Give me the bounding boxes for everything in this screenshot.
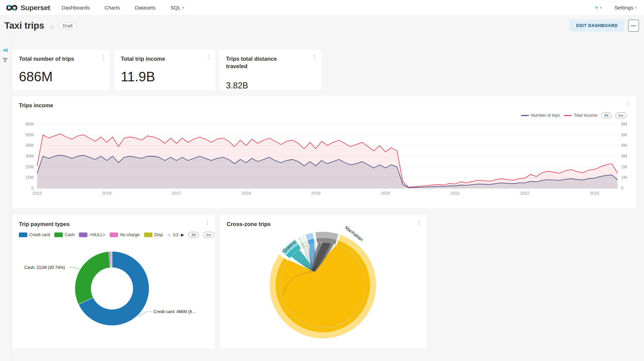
chord-line: [300, 249, 314, 271]
x-axis-label: 2016: [102, 191, 112, 196]
chord-arc[interactable]: [302, 235, 306, 242]
legend-all-button[interactable]: All: [601, 112, 612, 118]
chord-arc[interactable]: [301, 242, 305, 247]
new-item-button[interactable]: + ▾: [595, 4, 602, 11]
chord-arc[interactable]: [315, 232, 338, 240]
nav-item-dashboards[interactable]: Dashboards: [61, 5, 90, 11]
kebab-menu-icon[interactable]: ⋮: [625, 101, 631, 107]
chord-arc[interactable]: [281, 240, 299, 255]
legend-swatch: [110, 232, 118, 237]
legend-swatch: [564, 115, 572, 116]
kebab-menu-icon[interactable]: ⋮: [311, 54, 317, 60]
legend-all-button[interactable]: All: [188, 232, 199, 238]
legend-inv-button[interactable]: Inv: [203, 232, 214, 238]
callout-label-cash: Cash: 211M (30.74%): [24, 265, 65, 270]
chart-legend: Number of trips Total income All Inv: [521, 112, 626, 118]
kpi-value: 3.82B: [226, 81, 248, 90]
legend-item-cash[interactable]: Cash: [54, 232, 75, 237]
chord-line: [303, 247, 314, 271]
chord-line: [314, 242, 320, 271]
page-title: Taxi trips: [4, 21, 44, 31]
donut-slice-dispute[interactable]: [112, 251, 112, 268]
kebab-menu-icon[interactable]: ⋮: [100, 54, 106, 60]
legend-item-number-of-trips[interactable]: Number of trips: [521, 113, 560, 118]
series-line-number-of-trips[interactable]: [37, 155, 618, 188]
donut-slice-cash[interactable]: [75, 251, 110, 304]
kpi-title: Total number of trips: [19, 55, 74, 62]
donut-slice-no-charge[interactable]: [110, 251, 112, 268]
payment-types-card: Trip payment types ⋮ Credit card Cash <N…: [12, 215, 215, 349]
kpi-card-total-distance: Trips total distance traveled ⋮ 3.82B: [219, 50, 321, 90]
expand-filter-bar-icon[interactable]: [2, 48, 8, 53]
chord-ribbon: [291, 250, 315, 272]
legend-item-total-income[interactable]: Total income: [564, 113, 597, 118]
pager-next-icon[interactable]: ▶: [181, 232, 184, 237]
chord-self-yellow: [280, 243, 365, 328]
nav-item-sql[interactable]: SQL ▾: [170, 5, 184, 11]
more-options-button[interactable]: •••: [628, 20, 639, 32]
kebab-menu-icon[interactable]: ⋮: [416, 220, 422, 225]
legend-item-credit-card[interactable]: Credit card: [19, 232, 50, 237]
y-axis-label-left: 20M: [26, 165, 34, 169]
nav-item-charts[interactable]: Charts: [105, 5, 120, 11]
kpi-value: 686M: [19, 69, 53, 84]
zone-label-manhattan: Manhattan: [344, 225, 364, 242]
series-area-total-income: [37, 134, 618, 189]
nav-links: Dashboards Charts Datasets SQL ▾: [61, 5, 184, 11]
x-axis-label: 2019: [311, 191, 320, 196]
chord-line: [314, 244, 335, 271]
chord-arc[interactable]: [276, 241, 370, 332]
donut-slice--null-[interactable]: [109, 251, 111, 268]
kpi-card-total-trips: Total number of trips ⋮ 686M: [12, 50, 110, 90]
callout-line-cash: [69, 268, 80, 270]
donut-slice-credit-card[interactable]: [79, 251, 149, 326]
kebab-menu-icon[interactable]: ⋮: [205, 54, 211, 60]
trips-income-card: Trips income ⋮ Number of trips Total inc…: [12, 96, 636, 208]
chord-line: [293, 254, 314, 271]
x-axis-label: 2015: [32, 191, 42, 196]
chord-arc[interactable]: [316, 238, 337, 244]
y-axis-label-left: 60M: [26, 122, 34, 127]
y-axis-label-right: 6M: [621, 122, 627, 127]
chart-title: Cross-zone trips: [227, 220, 271, 228]
pager-label: 1/2: [173, 232, 178, 237]
chevron-down-icon: ▾: [635, 6, 637, 9]
chord-arc[interactable]: [286, 245, 301, 258]
chart-title: Trip payment types: [19, 220, 69, 228]
y-axis-label-right: 5M: [621, 133, 627, 137]
kebab-menu-icon[interactable]: ⋮: [204, 220, 210, 225]
superset-logo-icon: [5, 3, 18, 12]
chord-line: [305, 246, 314, 271]
legend-item-no-charge[interactable]: No charge: [110, 232, 140, 237]
settings-menu[interactable]: Settings ▾: [614, 5, 637, 11]
y-axis-label-right: 4M: [621, 143, 627, 148]
chord-arc[interactable]: [306, 233, 314, 241]
nav-item-datasets[interactable]: Datasets: [135, 5, 156, 11]
superset-dashboard: Superset Dashboards Charts Datasets SQL …: [0, 0, 644, 361]
chord-ribbon: [311, 243, 334, 272]
chord-line: [314, 243, 333, 271]
legend-inv-button[interactable]: Inv: [615, 112, 626, 118]
superset-logo[interactable]: Superset: [5, 3, 50, 12]
y-axis-label-right: 0: [621, 186, 623, 191]
series-line-total-income[interactable]: [37, 134, 618, 187]
chord-line: [314, 243, 315, 271]
filter-bar-collapsed: [0, 37, 11, 361]
legend-item-dispute[interactable]: Disp: [144, 232, 163, 237]
legend-item-null[interactable]: <NULL>: [79, 232, 105, 237]
chord-arc[interactable]: [298, 237, 303, 244]
chord-ribbon: [309, 243, 315, 272]
series-area-number-of-trips: [37, 155, 618, 188]
cross-zone-chord-chart: QueensManhattan: [220, 215, 426, 349]
chord-arc[interactable]: [270, 235, 376, 338]
x-axis-label: 2022: [520, 191, 530, 196]
y-axis-label-left: 50M: [26, 133, 34, 137]
y-axis-label-left: 0: [31, 186, 34, 191]
chord-arc[interactable]: [304, 241, 307, 246]
x-axis-label: 2020: [381, 191, 390, 196]
favorite-star-icon[interactable]: ☆: [49, 23, 54, 30]
filter-icon[interactable]: [3, 58, 7, 62]
pager-prev-icon[interactable]: ◀: [167, 232, 170, 237]
chord-arc[interactable]: [307, 239, 314, 245]
edit-dashboard-button[interactable]: EDIT DASHBOARD: [569, 20, 624, 32]
